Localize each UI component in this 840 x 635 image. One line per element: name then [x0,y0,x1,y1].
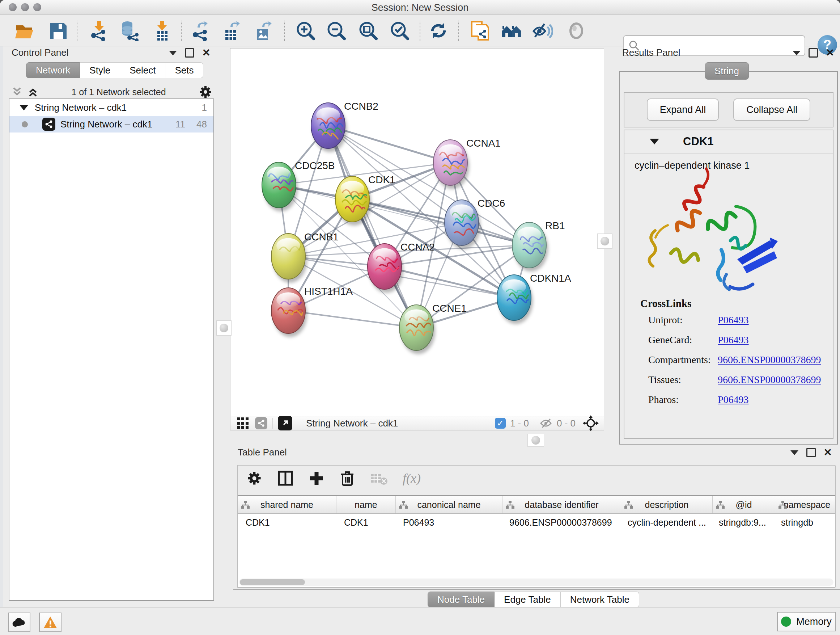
panel-menu-icon[interactable] [790,450,798,455]
crosslink-value-link[interactable]: P06493 [718,394,749,405]
protein-section-header[interactable]: CDK1 [624,130,833,154]
hide-selected-button[interactable] [531,19,554,42]
hide-eye-icon [532,20,553,41]
panel-menu-icon[interactable] [793,51,801,55]
expand-all-button[interactable]: Expand All [647,98,719,121]
tab-network-table[interactable]: Network Table [561,592,639,608]
network-collection-row[interactable]: String Network – cdk1 1 [9,99,213,116]
network-type-icon[interactable] [255,417,267,429]
grid-view-icon[interactable] [236,417,249,430]
column-header-namespace[interactable]: namespace [775,496,835,513]
table-cell[interactable]: P06493 [395,517,501,528]
save-session-button[interactable] [46,19,69,42]
zoom-selected-button[interactable] [388,19,411,42]
node-table-container: f(x) shared namenamecanonical namedataba… [237,465,836,588]
table-options-gear-icon[interactable] [246,470,262,486]
tab-sets[interactable]: Sets [165,62,203,78]
main-toolbar: ? [0,15,840,46]
table-cell[interactable]: CDK1 [336,517,395,528]
open-in-window-icon[interactable] [278,416,292,431]
panel-float-icon[interactable] [185,48,194,57]
network-options-gear-icon[interactable] [198,85,213,99]
crosslink-value-link[interactable]: 9606.ENSP00000378699 [718,354,821,366]
show-all-button[interactable] [565,19,588,42]
export-image-icon [253,20,274,41]
delete-column-trash-icon[interactable] [340,470,355,486]
column-header-name[interactable]: name [336,496,396,513]
zoom-in-button[interactable] [294,19,317,42]
column-header-database-identifier[interactable]: database identifier [502,496,621,513]
import-network-database-button[interactable] [118,19,141,42]
column-header-canonical-name[interactable]: canonical name [396,496,502,513]
warnings-button[interactable] [39,613,62,632]
selected-nodes-checkbox[interactable]: ✓ [495,418,506,429]
table-header-row: shared namenamecanonical namedatabase id… [238,496,835,514]
network-status-dot-icon [22,121,28,127]
column-header-description[interactable]: description [621,496,713,513]
table-row[interactable]: CDK1CDK1P064939606.ENSP00000378699cyclin… [238,514,835,531]
section-collapse-arrow-icon[interactable] [650,139,659,144]
birdseye-crosshair-icon[interactable] [583,415,599,431]
collapse-all-chevron-icon[interactable] [27,87,39,97]
tab-network[interactable]: Network [26,62,80,78]
zoom-out-button[interactable] [325,19,348,42]
zoom-out-icon [326,20,347,41]
column-header-id[interactable]: @id [713,496,775,513]
crosslink-value-link[interactable]: 9606.ENSP00000378699 [718,374,821,386]
tab-node-table[interactable]: Node Table [428,592,494,608]
refresh-layout-button[interactable] [427,19,450,42]
panel-close-icon[interactable]: ✕ [826,49,834,57]
export-network-button[interactable] [189,19,212,42]
table-cell[interactable]: cyclin-dependent ... [620,517,711,528]
table-cell[interactable]: 9606.ENSP00000378699 [501,517,620,528]
table-cell[interactable]: stringdb:9... [711,517,773,528]
table-cell[interactable]: stringdb [773,517,835,528]
footer-separator [272,418,273,429]
import-table-file-button[interactable] [150,19,174,42]
memory-button[interactable]: Memory [777,612,836,631]
show-columns-icon[interactable] [278,470,294,486]
network-row[interactable]: String Network – cdk1 11 48 [9,116,213,133]
collection-expand-arrow-icon[interactable] [19,105,28,111]
hidden-eye-icon[interactable] [539,417,553,429]
tab-edge-table[interactable]: Edge Table [494,592,561,608]
cloud-status-button[interactable] [8,613,30,632]
add-column-plus-icon[interactable] [309,470,325,486]
collapse-all-button[interactable]: Collapse All [733,98,810,121]
network-node-ccnb1[interactable] [271,233,309,283]
network-edge[interactable] [288,310,416,328]
import-network-file-button[interactable] [87,19,110,42]
panel-close-icon[interactable]: ✕ [202,49,210,57]
panel-float-icon[interactable] [808,48,818,57]
network-edge[interactable] [328,126,416,328]
expand-all-chevron-icon[interactable] [11,87,23,97]
column-header-shared-name[interactable]: shared name [238,496,336,513]
protein-structure-image [639,164,783,294]
vertical-splitter-handle[interactable] [216,320,232,336]
horizontal-splitter-handle[interactable] [527,434,544,447]
tab-style[interactable]: Style [80,62,120,78]
tab-select[interactable]: Select [120,62,165,78]
export-image-button[interactable] [252,19,275,42]
node-label-ccnb2: CCNB2 [344,101,378,112]
panel-float-icon[interactable] [806,448,816,457]
window-title: Session: New Session [0,2,840,13]
vertical-splitter-handle[interactable] [597,233,613,249]
panel-menu-icon[interactable] [169,51,177,55]
open-session-button[interactable] [13,19,36,42]
zoom-fit-button[interactable] [357,19,380,42]
export-table-button[interactable] [220,19,243,42]
string-network-graph[interactable]: CCNB2CCNA1CDC25BCDK1CDC6RB1CCNB1CCNA2CDK… [231,49,604,416]
crosslink-value-link[interactable]: P06493 [718,334,749,346]
table-horizontal-scrollbar[interactable] [239,578,834,586]
network-canvas[interactable]: CCNB2CCNA1CDC25BCDK1CDC6RB1CCNB1CCNA2CDK… [230,48,604,416]
network-label: String Network – cdk1 [60,119,152,130]
scrollbar-thumb[interactable] [240,579,305,585]
new-network-from-selection-button[interactable] [469,19,492,42]
column-header-label: database identifier [524,500,598,510]
panel-close-icon[interactable]: ✕ [824,449,832,456]
table-cell[interactable]: CDK1 [238,517,336,528]
tab-string[interactable]: String [705,62,749,80]
crosslink-value-link[interactable]: P06493 [718,314,749,326]
first-neighbors-button[interactable] [500,19,523,42]
